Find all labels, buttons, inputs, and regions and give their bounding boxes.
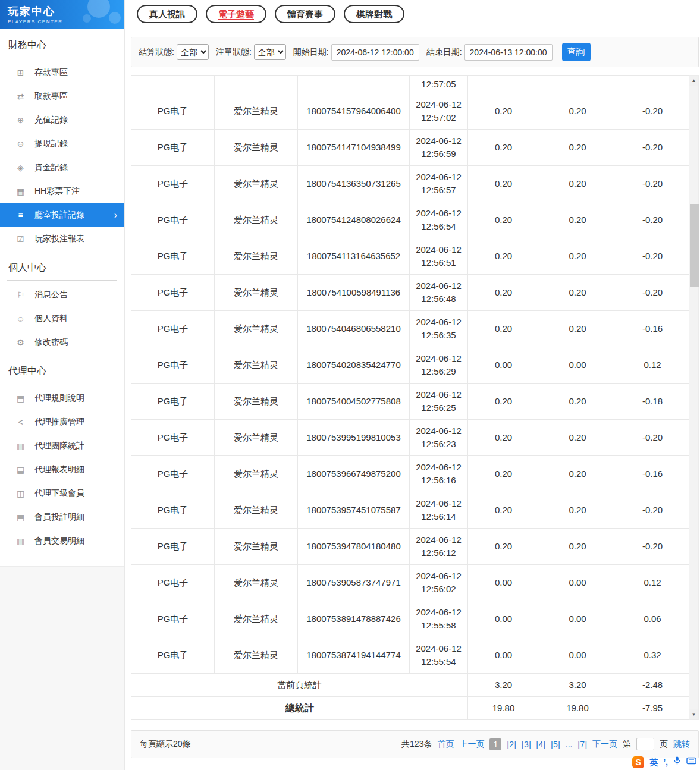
next-page-link[interactable]: 下一页 [592, 739, 617, 750]
sidebar-item-fund-records[interactable]: ◈ 資金記錄 [0, 156, 124, 180]
agent-report-detail-icon: ▤ [15, 465, 26, 474]
ime-punctuation-icon[interactable]: ’, [663, 756, 668, 768]
sidebar-item-player-bet-report[interactable]: ☑ 玩家投注報表 [0, 227, 124, 251]
cell-game [215, 76, 298, 93]
lottery-bet-icon: ▦ [15, 187, 26, 196]
cell-order-no: 1800754124808026624 [298, 202, 410, 238]
first-page-link[interactable]: 首页 [437, 739, 454, 750]
order-status-select[interactable]: 全部 [254, 44, 286, 60]
cell-valid-bet: 0.00 [539, 601, 616, 637]
sidebar-panel: 玩家中心 PLAYERS CENTER 財務中心 ⊞ 存款專區 ⇄ 取款專區 ⊕… [0, 0, 124, 567]
sogou-input-logo-icon[interactable]: S [632, 756, 644, 768]
cell-valid-bet: 0.20 [539, 456, 616, 492]
cell-profit: -0.20 [616, 130, 689, 166]
tab-sports-events[interactable]: 體育賽事 [275, 5, 335, 23]
filter-panel: 結算狀態: 全部 注單狀態: 全部 開始日期: 結束日期: 查詢 [131, 37, 699, 67]
cell-platform: PG电子 [131, 130, 215, 166]
ime-microphone-icon[interactable] [673, 756, 681, 768]
cell-valid-bet: 0.20 [539, 275, 616, 311]
page-link-3[interactable]: [3] [522, 740, 531, 749]
sidebar-item-withdraw[interactable]: ⇄ 取款專區 [0, 84, 124, 108]
cell-profit: -0.20 [616, 420, 689, 456]
start-date-input[interactable] [331, 44, 419, 61]
sidebar-item-agent-team-stats[interactable]: ▥ 代理團隊統計 [0, 434, 124, 458]
vertical-scrollbar[interactable]: ▲ ▼ [689, 75, 699, 720]
ime-language-toggle-icon[interactable]: 英 [649, 756, 658, 768]
sidebar-item-agent-rules[interactable]: ▤ 代理規則說明 [0, 386, 124, 410]
page-link-5[interactable]: [5] [551, 740, 560, 749]
cell-time: 2024-06-12 12:56:48 [410, 275, 468, 311]
sidebar-item-label: 代理下級會員 [34, 488, 84, 499]
cell-bet: 0.20 [468, 492, 539, 529]
cell-bet: 0.20 [468, 384, 539, 420]
cell-bet: 0.00 [468, 601, 539, 637]
cell-profit: -0.20 [616, 166, 689, 202]
cell-profit [616, 76, 689, 93]
sidebar-item-profile[interactable]: ☺ 個人資料 [0, 307, 124, 331]
cell-profit: 0.06 [616, 601, 689, 637]
end-date-input[interactable] [464, 44, 553, 61]
cell-time: 2024-06-12 12:57:02 [410, 93, 468, 130]
page-link-4[interactable]: [4] [536, 740, 546, 749]
cell-time: 2024-06-12 12:56:23 [410, 420, 468, 456]
cell-order-no: 1800754136350731265 [298, 166, 410, 202]
sidebar-item-label: 廳室投註記錄 [34, 210, 84, 221]
sidebar-item-change-password[interactable]: ⚙ 修改密碼 [0, 331, 124, 354]
sidebar-item-room-bet-records[interactable]: ≡ 廳室投註記錄 › [0, 203, 124, 227]
cell-valid-bet: 0.00 [539, 637, 616, 674]
scrollbar-down-arrow[interactable]: ▼ [689, 709, 698, 719]
game-category-tabs: 真人視訊 電子遊藝 體育賽事 棋牌對戰 [125, 0, 700, 29]
total-count-text: 共123条 [401, 739, 432, 750]
tab-live-video[interactable]: 真人視訊 [137, 5, 197, 23]
password-gear-icon: ⚙ [15, 338, 26, 347]
scrollbar-thumb[interactable] [690, 204, 699, 287]
cell-time: 2024-06-12 12:56:59 [410, 130, 468, 166]
ime-keyboard-icon[interactable] [686, 756, 696, 768]
sidebar-item-agent-report-detail[interactable]: ▤ 代理報表明細 [0, 458, 124, 482]
cell-valid-bet: 0.20 [539, 130, 616, 166]
table-row: PG电子 爱尔兰精灵 1800754157964006400 2024-06-1… [131, 93, 689, 130]
sidebar-item-agent-sub-members[interactable]: ◫ 代理下級會員 [0, 482, 124, 505]
funds-record-icon: ◈ [15, 163, 26, 172]
scrollbar-up-arrow[interactable]: ▲ [689, 76, 698, 86]
sidebar-item-recharge-records[interactable]: ⊕ 充值記錄 [0, 108, 124, 132]
cell-order-no: 1800754020835424770 [298, 347, 410, 384]
cell-order-no: 1800754100598491136 [298, 275, 410, 311]
jump-button[interactable]: 跳转 [673, 739, 690, 750]
cell-valid-bet: 0.20 [539, 166, 616, 202]
tab-electronic-games[interactable]: 電子遊藝 [206, 5, 266, 23]
agent-promotion-share-icon: < [15, 417, 26, 427]
page-link-7[interactable]: [7] [577, 740, 587, 749]
jump-page-input[interactable] [636, 738, 654, 750]
sidebar-item-deposit[interactable]: ⊞ 存款專區 [0, 61, 124, 84]
cell-game: 爱尔兰精灵 [215, 384, 298, 420]
cell-platform: PG电子 [131, 238, 215, 275]
prev-page-link[interactable]: 上一页 [459, 739, 484, 750]
cell-order-no: 1800754004502775808 [298, 384, 410, 420]
table-row: PG电子 爱尔兰精灵 1800753957451075587 2024-06-1… [131, 492, 689, 529]
table-row: PG电子 爱尔兰精灵 1800754147104938499 2024-06-1… [131, 130, 689, 166]
settle-status-select[interactable]: 全部 [177, 44, 209, 60]
sidebar-item-announcements[interactable]: ⚐ 消息公告 [0, 283, 124, 307]
cell-platform: PG电子 [131, 565, 215, 601]
tab-board-card-games[interactable]: 棋牌對戰 [344, 5, 404, 23]
cell-profit: -0.18 [616, 384, 689, 420]
sidebar-item-cashout-records[interactable]: ⊖ 提現記錄 [0, 132, 124, 156]
sidebar-item-label: 代理規則說明 [34, 393, 84, 404]
sidebar-item-label: 取款專區 [34, 91, 68, 102]
cell-valid-bet: 0.20 [539, 420, 616, 456]
cell-game: 爱尔兰精灵 [215, 202, 298, 238]
sidebar-item-hh-lottery-bet[interactable]: ▦ HH彩票下注 [0, 180, 124, 203]
table-row: PG电子 爱尔兰精灵 1800754004502775808 2024-06-1… [131, 384, 689, 420]
cell-bet: 0.00 [468, 637, 539, 674]
page-link-2[interactable]: [2] [507, 740, 516, 749]
sidebar-item-member-transaction-detail[interactable]: ▥ 會員交易明細 [0, 529, 124, 553]
bet-records-table: 12:57:05 PG电子 爱尔兰精灵 1800754157964006400 … [131, 75, 689, 720]
sidebar-item-agent-promotion[interactable]: < 代理推廣管理 [0, 410, 124, 434]
search-button[interactable]: 查詢 [562, 43, 591, 61]
cell-profit: -0.16 [616, 456, 689, 492]
sidebar-item-member-bet-detail[interactable]: ▤ 會員投註明細 [0, 505, 124, 529]
sidebar-item-label: 代理報表明細 [34, 464, 84, 475]
cell-game: 爱尔兰精灵 [215, 130, 298, 166]
table-row: PG电子 爱尔兰精灵 1800754124808026624 2024-06-1… [131, 202, 689, 238]
